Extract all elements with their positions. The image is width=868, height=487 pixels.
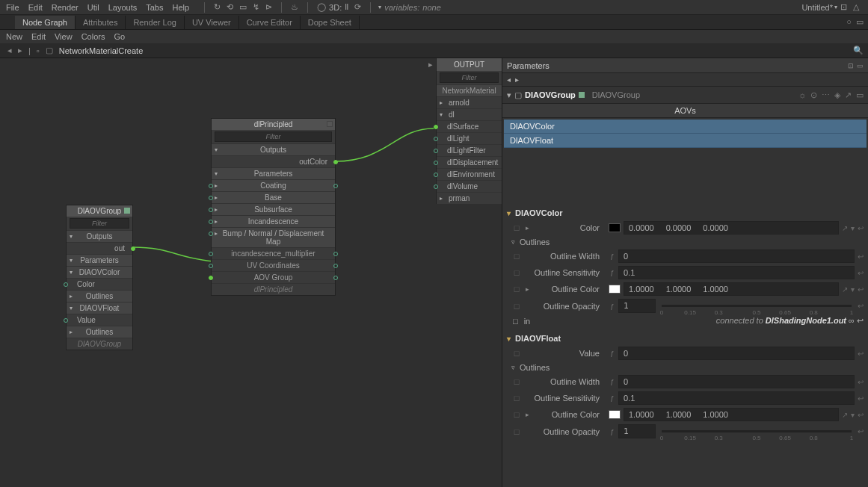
tab-curve-editor[interactable]: Curve Editor: [239, 16, 301, 29]
menu-util[interactable]: Util: [87, 3, 99, 12]
output-group-dl[interactable]: ▾dl: [437, 108, 502, 120]
nav-fwd-icon[interactable]: ▸: [515, 75, 519, 84]
nav-back-icon[interactable]: ◂: [507, 75, 511, 84]
reset-icon[interactable]: ↩: [858, 411, 864, 419]
tab-menu-icon[interactable]: ▭: [856, 17, 864, 27]
tab-node-graph[interactable]: Node Graph: [15, 16, 76, 29]
node-filter-input[interactable]: Filter: [70, 218, 129, 229]
outlines-header[interactable]: ▿Outlines: [502, 362, 868, 373]
tab-close-icon[interactable]: ○: [846, 17, 852, 27]
outline-width-input[interactable]: 0: [618, 249, 855, 263]
node-row-aovfloat[interactable]: ▾DlAOVFloat: [67, 302, 132, 314]
node-row-uvcoords[interactable]: UV Coordinates: [212, 259, 335, 271]
color-swatch[interactable]: [609, 285, 621, 294]
tab-render-log[interactable]: Render Log: [126, 16, 185, 29]
pause-icon[interactable]: Ⅱ: [345, 2, 348, 12]
node-row-incandescence[interactable]: ▸Incandescence: [212, 215, 335, 227]
output-dldisplacement[interactable]: dlDisplacement: [437, 156, 502, 168]
outline-color-input[interactable]: 1.0000 1.0000 1.0000: [624, 282, 839, 296]
nav-fwd-icon[interactable]: ▸: [18, 46, 22, 55]
menu-layouts[interactable]: Layouts: [108, 3, 138, 12]
submenu-view[interactable]: View: [55, 32, 73, 41]
down-icon[interactable]: ▾: [851, 411, 855, 419]
link-icon[interactable]: ↗: [842, 224, 848, 232]
output-group-arnold[interactable]: ▸arnold: [437, 96, 502, 108]
node-row-outlines2[interactable]: ▸Outlines: [67, 326, 132, 338]
gear-icon[interactable]: ☼: [798, 90, 806, 100]
node-row-value[interactable]: Value: [67, 314, 132, 326]
more-icon[interactable]: ⋯: [822, 90, 830, 100]
node-params-header[interactable]: ▾Parameters: [67, 254, 132, 266]
node-dlaovgroup[interactable]: DlAOVGroup Filter ▾Outputs out ▾Paramete…: [66, 205, 133, 350]
search-icon[interactable]: 🔍: [853, 46, 864, 55]
close-icon[interactable]: ▭: [857, 62, 864, 69]
pin-icon[interactable]: ⊡: [848, 62, 854, 69]
output-collapse-icon[interactable]: ▸: [428, 60, 436, 67]
reset-icon[interactable]: ↩: [858, 350, 864, 358]
node-row-aovgroup[interactable]: AOV Group: [212, 271, 335, 283]
wand-icon[interactable]: ↯: [253, 2, 259, 12]
reset-icon[interactable]: ↩: [858, 302, 864, 310]
color-values[interactable]: 0.0000 0.0000 0.0000: [624, 221, 839, 235]
output-group-prman[interactable]: ▸prman: [437, 192, 502, 204]
output-dlenvironment[interactable]: dlEnvironment: [437, 168, 502, 180]
node-row-aovcolor[interactable]: ▾DlAOVColor: [67, 266, 132, 278]
opacity-input[interactable]: 1: [618, 424, 656, 438]
output-filter-input[interactable]: Filter: [440, 72, 499, 83]
color-swatch[interactable]: [609, 410, 621, 419]
submenu-colors[interactable]: Colors: [81, 32, 105, 41]
play-icon[interactable]: ⊳: [265, 2, 272, 12]
refresh-icon[interactable]: ↻: [214, 2, 221, 12]
output-dlsurface[interactable]: dlSurface: [437, 120, 502, 132]
node-outputs-header[interactable]: ▾Outputs: [212, 143, 335, 155]
tab-uv-viewer[interactable]: UV Viewer: [185, 16, 239, 29]
rect-icon[interactable]: ▭: [239, 2, 247, 12]
down-icon[interactable]: ▾: [851, 285, 855, 294]
reset-icon[interactable]: ↩: [858, 269, 864, 277]
folder-icon[interactable]: ▢: [46, 46, 53, 55]
submenu-new[interactable]: New: [6, 32, 22, 41]
down-icon[interactable]: ▾: [851, 224, 855, 232]
setting-icon[interactable]: ⊙: [810, 90, 817, 100]
node-dlprincipled[interactable]: dlPrincipled Filter ▾Outputs outColor ▾P…: [211, 118, 336, 296]
outline-color-input[interactable]: 1.0000 1.0000 1.0000: [624, 408, 839, 421]
menu-icon[interactable]: ↗: [845, 90, 852, 100]
outline-width-input[interactable]: 0: [618, 375, 855, 388]
window-menu-icon[interactable]: △: [853, 2, 859, 12]
output-dlvolume[interactable]: dlVolume: [437, 180, 502, 192]
link-icon[interactable]: ∞: [849, 316, 855, 325]
opacity-input[interactable]: 1: [618, 299, 656, 313]
submenu-go[interactable]: Go: [114, 32, 125, 41]
opacity-slider[interactable]: 0 0.15 0.3 0.5 0.65 0.8 1: [662, 305, 852, 307]
link-icon[interactable]: ↗: [842, 285, 848, 294]
node-graph-canvas[interactable]: DlAOVGroup Filter ▾Outputs out ▾Paramete…: [0, 58, 502, 487]
close-panel-icon[interactable]: ▭: [856, 90, 864, 100]
home-icon[interactable]: ▫: [37, 46, 40, 55]
link-icon[interactable]: ↗: [842, 411, 848, 419]
menu-edit[interactable]: Edit: [28, 3, 43, 12]
node-row-coating[interactable]: ▸Coating: [212, 179, 335, 191]
menu-tabs[interactable]: Tabs: [146, 3, 163, 12]
node-params-header[interactable]: ▾Parameters: [212, 167, 335, 179]
link-icon[interactable]: ◈: [834, 90, 840, 100]
window-max-icon[interactable]: ⊡: [840, 2, 847, 12]
menu-render[interactable]: Render: [52, 3, 79, 12]
reset-icon[interactable]: ↩: [858, 394, 864, 403]
node-row-bump[interactable]: ▸Bump / Normal / Displacement Map: [212, 227, 335, 247]
output-dllight[interactable]: dlLight: [437, 132, 502, 144]
reset-icon[interactable]: ↩: [857, 316, 864, 325]
menu-file[interactable]: File: [6, 3, 19, 12]
menu-help[interactable]: Help: [172, 3, 189, 12]
reset-icon[interactable]: ↩: [858, 224, 864, 232]
loop-icon[interactable]: ⟳: [354, 2, 361, 12]
flame-icon[interactable]: ♨: [291, 2, 298, 12]
circle-icon[interactable]: ◯: [317, 2, 326, 12]
group-header[interactable]: ▾DlAOVColor: [502, 206, 868, 220]
node-outcolor-port[interactable]: outColor: [212, 155, 335, 167]
node-row-color[interactable]: Color: [67, 278, 132, 290]
group-header[interactable]: ▾DlAOVFloat: [502, 332, 868, 345]
outlines-header[interactable]: ▿Outlines: [502, 236, 868, 248]
node-row-subsurface[interactable]: ▸Subsurface: [212, 203, 335, 215]
node-row-outlines1[interactable]: ▸Outlines: [67, 290, 132, 302]
nav-back-icon[interactable]: ◂: [7, 46, 12, 55]
